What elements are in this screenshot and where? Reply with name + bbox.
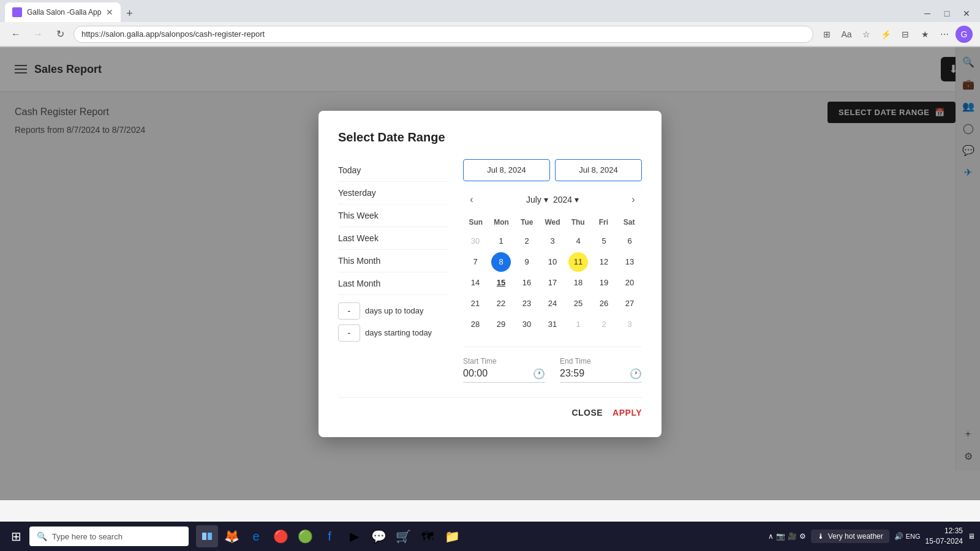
calendar-day[interactable]: 4	[568, 231, 588, 251]
taskbar-app-yt[interactable]: ▶	[343, 525, 365, 547]
forward-button[interactable]: →	[29, 26, 47, 43]
calendar-day[interactable]: 24	[543, 294, 562, 313]
calendar-day[interactable]: 28	[466, 315, 485, 334]
calendar-day[interactable]: 2	[594, 315, 614, 334]
calendar-day[interactable]: 20	[620, 273, 639, 293]
browser-tab[interactable]: Galla Salon -Galla App ✕	[5, 2, 121, 22]
browser-chrome: Galla Salon -Galla App ✕ + ─ □ ✕ ← → ↻ h…	[0, 0, 980, 47]
days-up-to-today-input[interactable]	[338, 302, 360, 320]
end-time-label: End Time	[560, 357, 642, 365]
calendar-day[interactable]: 26	[594, 294, 614, 313]
reading-mode-btn[interactable]: Aa	[838, 26, 855, 43]
calendar-day[interactable]: 5	[594, 231, 614, 251]
calendar-days: 3012345678910111213141516171819202122232…	[463, 231, 642, 334]
volume-icon[interactable]: 🔊	[894, 532, 903, 541]
profile-btn[interactable]: G	[956, 26, 973, 43]
calendar-day[interactable]: 27	[620, 294, 639, 313]
start-time-field: Start Time 00:00 🕐	[463, 357, 545, 383]
calendar-day[interactable]: 10	[543, 252, 562, 272]
taskbar-app-fox[interactable]: 🦊	[221, 525, 243, 547]
taskbar-app-store[interactable]: 🛒	[392, 525, 414, 547]
notification-icon[interactable]: 🖥	[968, 532, 975, 541]
maximize-btn[interactable]: □	[938, 5, 956, 22]
taskbar-app-explorer[interactable]: 📁	[441, 525, 463, 547]
taskbar-app-chrome[interactable]: 🟢	[294, 525, 316, 547]
browser-action-buttons: ⊞ Aa ☆ ⚡ ⊟ ★ ⋯ G	[818, 26, 973, 43]
close-button[interactable]: CLOSE	[571, 408, 603, 418]
month-selector[interactable]: July ▾	[526, 195, 548, 204]
preset-yesterday[interactable]: Yesterday	[338, 182, 448, 204]
taskbar-app-skype[interactable]: 💬	[368, 525, 390, 547]
taskbar-app-edge[interactable]: e	[245, 525, 267, 547]
calendar-day[interactable]: 8	[491, 252, 511, 272]
preset-this-week[interactable]: This Week	[338, 204, 448, 227]
calendar-day[interactable]: 2	[517, 231, 537, 251]
year-selector[interactable]: 2024 ▾	[553, 195, 579, 204]
calendar-day[interactable]: 1	[568, 315, 588, 334]
calendar-day[interactable]: 19	[594, 273, 614, 293]
minimize-btn[interactable]: ─	[919, 5, 936, 22]
calendar-day[interactable]: 3	[543, 231, 562, 251]
preset-last-week[interactable]: Last Week	[338, 227, 448, 250]
calendar-day[interactable]: 6	[620, 231, 639, 251]
calendar-day[interactable]: 11	[568, 252, 588, 272]
calendar-day[interactable]: 22	[491, 294, 511, 313]
select-date-range-modal: Select Date Range Today Yesterday This W…	[318, 111, 662, 437]
calendar-day[interactable]: 21	[466, 294, 485, 313]
preset-last-month[interactable]: Last Month	[338, 272, 448, 295]
preset-today[interactable]: Today	[338, 159, 448, 182]
start-time-clock-icon[interactable]: 🕐	[533, 368, 545, 380]
calendar-day[interactable]: 12	[594, 252, 614, 272]
start-date-input[interactable]: Jul 8, 2024	[463, 159, 550, 181]
taskbar-datetime[interactable]: 12:35 15-07-2024	[925, 526, 963, 547]
calendar-day[interactable]: 23	[517, 294, 537, 313]
next-month-button[interactable]: ›	[625, 191, 642, 208]
prev-month-button[interactable]: ‹	[463, 191, 480, 208]
calendar-day[interactable]: 1	[491, 231, 511, 251]
url-bar[interactable]: https://salon.galla.app/salonpos/cash-re…	[74, 26, 813, 43]
new-tab-button[interactable]: +	[121, 5, 138, 22]
end-time-value[interactable]: 23:59	[560, 368, 630, 379]
calendar-day[interactable]: 13	[620, 252, 639, 272]
preset-this-month[interactable]: This Month	[338, 250, 448, 272]
calendar-day[interactable]: 25	[568, 294, 588, 313]
end-date-input[interactable]: Jul 8, 2024	[555, 159, 642, 181]
taskbar-up-arrow[interactable]: ∧	[768, 532, 774, 541]
favorites-btn[interactable]: ☆	[858, 26, 875, 43]
taskbar-search-placeholder: Type here to search	[52, 532, 123, 541]
taskbar-app-files[interactable]	[196, 525, 218, 547]
calendar-day[interactable]: 18	[568, 273, 588, 293]
taskbar-search[interactable]: 🔍 Type here to search	[29, 527, 189, 546]
more-tools-btn[interactable]: ⋯	[936, 26, 953, 43]
calendar-day[interactable]: 17	[543, 273, 562, 293]
refresh-button[interactable]: ↻	[51, 26, 69, 43]
grid-view-btn[interactable]: ⊞	[818, 26, 835, 43]
taskbar-app-maps[interactable]: 🗺	[417, 525, 439, 547]
calendar-day[interactable]: 7	[466, 252, 485, 272]
end-time-clock-icon[interactable]: 🕐	[630, 368, 642, 380]
calendar-day[interactable]: 31	[543, 315, 562, 334]
start-button[interactable]: ⊞	[5, 525, 27, 547]
days-starting-today-input[interactable]	[338, 324, 360, 342]
split-view-btn[interactable]: ⊟	[897, 26, 914, 43]
apply-button[interactable]: APPLY	[612, 408, 642, 418]
keyboard-lang[interactable]: ENG	[906, 533, 921, 540]
back-button[interactable]: ←	[7, 26, 24, 43]
tab-close-btn[interactable]: ✕	[106, 7, 113, 17]
taskbar-app-circle[interactable]: 🔴	[270, 525, 292, 547]
calendar-day[interactable]: 29	[491, 315, 511, 334]
calendar-day[interactable]: 9	[517, 252, 537, 272]
weekday-fri: Fri	[591, 216, 617, 229]
calendar-day[interactable]: 16	[517, 273, 537, 293]
start-time-value[interactable]: 00:00	[463, 368, 533, 379]
close-window-btn[interactable]: ✕	[958, 5, 975, 22]
calendar-day[interactable]: 30	[517, 315, 537, 334]
calendar-day[interactable]: 30	[466, 231, 485, 251]
taskbar-weather[interactable]: 🌡 Very hot weather	[811, 530, 889, 543]
collections-btn[interactable]: ★	[916, 26, 933, 43]
calendar-day[interactable]: 15	[491, 273, 511, 293]
taskbar-app-fb[interactable]: f	[318, 525, 341, 547]
calendar-day[interactable]: 14	[466, 273, 485, 293]
calendar-day[interactable]: 3	[620, 315, 639, 334]
extension-btn[interactable]: ⚡	[877, 26, 894, 43]
